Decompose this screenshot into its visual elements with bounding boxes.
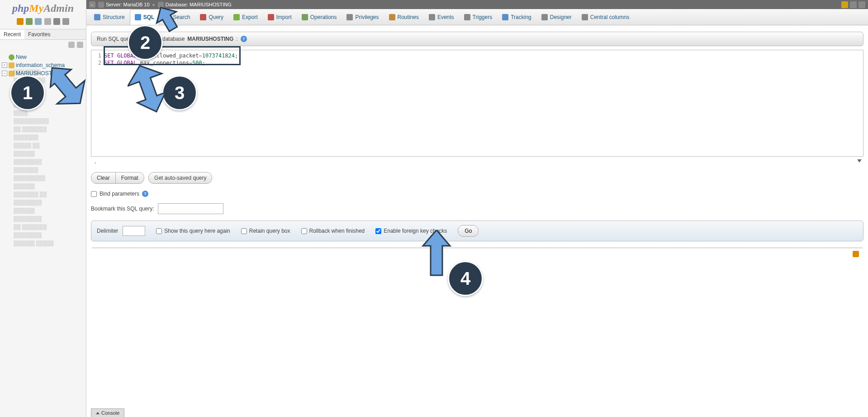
bind-parameters-checkbox[interactable]: [91, 191, 97, 197]
reload-icon[interactable]: [62, 18, 69, 25]
sidebar: phpMyAdmin Recent Favorites New +: [0, 0, 86, 417]
tree-db-information-schema[interactable]: + information_schema: [2, 61, 86, 69]
collapse-toggle-icon[interactable]: −: [2, 71, 7, 76]
new-db-link[interactable]: New: [16, 54, 27, 60]
import-icon: [268, 14, 274, 20]
tab-structure[interactable]: Structure: [89, 9, 130, 25]
bookmark-input[interactable]: [158, 203, 223, 214]
logout-icon[interactable]: [26, 18, 33, 25]
unlink-icon[interactable]: [77, 42, 83, 48]
delimiter-input[interactable]: [123, 226, 145, 236]
rollback-checkbox[interactable]: [301, 228, 307, 234]
settings-icon[interactable]: [53, 18, 60, 25]
chevron-up-icon: [96, 412, 100, 414]
tab-central-columns-label: Central columns: [590, 14, 630, 20]
central-columns-icon: [582, 14, 588, 20]
tab-search-label: Search: [173, 14, 190, 20]
console-tab[interactable]: Console: [91, 408, 124, 417]
help-icon[interactable]: ?: [142, 191, 148, 197]
tab-operations[interactable]: Operations: [297, 9, 342, 25]
triggers-icon: [464, 14, 470, 20]
tab-tracking[interactable]: Tracking: [497, 9, 536, 25]
tree-db-mariushosting[interactable]: − MARIUSHOSTING: [2, 69, 86, 77]
footer-icon-row: [91, 251, 863, 259]
docs-icon[interactable]: [35, 18, 42, 25]
kw-set: SET: [104, 60, 114, 66]
phpmyadmin-logo[interactable]: phpMyAdmin: [0, 0, 86, 17]
tab-triggers[interactable]: Triggers: [459, 9, 498, 25]
fk-option[interactable]: Enable foreign key checks: [375, 228, 447, 234]
content: Run SQL query/queries on database MARIUS…: [86, 25, 868, 263]
tab-designer[interactable]: Designer: [536, 9, 577, 25]
tab-sql[interactable]: SQL: [130, 9, 160, 25]
scroll-down-icon[interactable]: [857, 159, 862, 163]
retain-checkbox[interactable]: [241, 228, 247, 234]
collapse-nav-icon[interactable]: ←: [89, 1, 95, 8]
retain-option[interactable]: Retain query box: [241, 228, 290, 234]
bookmark-row: Bookmark this SQL query:: [91, 201, 863, 220]
collapse-all-icon[interactable]: [68, 42, 75, 48]
home-icon[interactable]: [17, 18, 24, 25]
bc-server-label: Server:: [106, 2, 122, 7]
fk-checkbox[interactable]: [375, 228, 381, 234]
tab-structure-label: Structure: [103, 14, 125, 20]
scroll-left-icon[interactable]: ‹: [93, 159, 98, 166]
code-line-1[interactable]: SET GLOBAL max_allowed_packet=1073741824…: [104, 52, 863, 59]
num-literal: 500: [192, 60, 202, 66]
expand-toggle-icon[interactable]: +: [2, 62, 7, 68]
tab-query-label: Query: [209, 14, 223, 20]
retain-label: Retain query box: [249, 228, 290, 234]
routines-icon: [389, 14, 395, 20]
sql-title-db: MARIUSHOSTING: [187, 36, 233, 42]
bc-server-value[interactable]: MariaDB 10: [123, 2, 150, 7]
sql-icon: [135, 14, 141, 20]
semicolon: ;: [235, 53, 238, 59]
clear-button[interactable]: Clear: [91, 173, 115, 183]
expand-icon[interactable]: [859, 1, 865, 8]
format-button[interactable]: Format: [115, 173, 144, 183]
show-again-label: Show this query here again: [164, 228, 230, 234]
gear-icon[interactable]: [850, 1, 857, 8]
tab-export[interactable]: Export: [228, 9, 263, 25]
breadcrumb-right-icons: [841, 1, 865, 8]
nav-sql-icon[interactable]: [44, 18, 51, 25]
show-again-checkbox[interactable]: [156, 228, 162, 234]
num-literal: 1073741824: [202, 53, 235, 59]
export-icon: [233, 14, 240, 20]
db-link-mariushosting[interactable]: MARIUSHOSTING: [16, 70, 62, 77]
sql-title-prefix: Run SQL query/queries on database: [97, 36, 185, 42]
tab-query[interactable]: Query: [195, 9, 228, 25]
var-name: max_connections: [140, 60, 189, 66]
nav-collapse-icons: [0, 40, 86, 51]
sql-editor[interactable]: 1 2 SET GLOBAL max_allowed_packet=107374…: [91, 50, 863, 156]
search-icon: [164, 14, 171, 20]
tab-events[interactable]: Events: [424, 9, 459, 25]
code-line-2[interactable]: SET GLOBAL max_connections=500;: [104, 59, 863, 67]
show-again-option[interactable]: Show this query here again: [156, 228, 230, 234]
tab-search[interactable]: Search: [159, 9, 195, 25]
gutter-line-2: 2: [91, 59, 101, 67]
tree-new[interactable]: New: [2, 53, 86, 61]
tab-routines[interactable]: Routines: [384, 9, 424, 25]
semicolon: ;: [202, 60, 205, 66]
bookmark-icon[interactable]: [853, 251, 859, 257]
go-button[interactable]: Go: [458, 225, 479, 237]
db-link-information-schema[interactable]: information_schema: [16, 62, 65, 68]
get-auto-saved-button[interactable]: Get auto-saved query: [148, 172, 212, 184]
bc-db-value[interactable]: MARIUSHOSTING: [190, 2, 232, 7]
tab-central-columns[interactable]: Central columns: [577, 9, 635, 25]
rollback-option[interactable]: Rollback when finished: [301, 228, 365, 234]
structure-icon: [94, 14, 100, 20]
favorites-tab[interactable]: Favorites: [24, 29, 54, 39]
help-icon[interactable]: ?: [241, 36, 247, 42]
page-settings-icon[interactable]: [841, 1, 848, 8]
tab-events-label: Events: [437, 14, 454, 20]
kw-set: SET: [104, 53, 114, 59]
tab-sql-label: SQL: [143, 14, 155, 20]
database-icon: [9, 62, 14, 68]
tab-privileges[interactable]: Privileges: [342, 9, 384, 25]
tab-tracking-label: Tracking: [511, 14, 531, 20]
tab-import[interactable]: Import: [263, 9, 297, 25]
recent-tab[interactable]: Recent: [0, 29, 24, 39]
editor-code[interactable]: SET GLOBAL max_allowed_packet=1073741824…: [104, 52, 863, 156]
